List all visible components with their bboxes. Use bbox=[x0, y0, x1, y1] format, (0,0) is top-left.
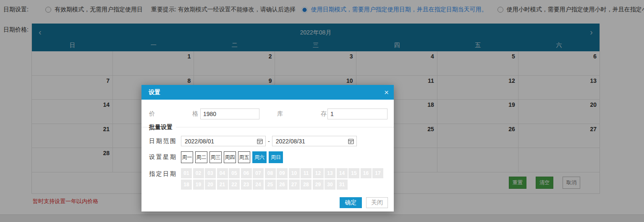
date-toggle-button[interactable]: 19 bbox=[193, 180, 204, 190]
date-toggle-button[interactable]: 08 bbox=[265, 168, 276, 178]
specific-dates-row: 指定日期 01020304050607080910111213141516171… bbox=[149, 168, 386, 190]
date-toggle-button[interactable]: 22 bbox=[229, 180, 240, 190]
date-toggle-button[interactable]: 20 bbox=[205, 180, 216, 190]
date-toggle-button[interactable]: 05 bbox=[229, 168, 240, 178]
date-toggle-button[interactable]: 11 bbox=[301, 168, 312, 178]
weekday-toggle-button[interactable]: 周三 bbox=[209, 151, 222, 163]
close-icon[interactable]: × bbox=[384, 85, 389, 100]
dialog-body: 价格 库存 批量设置 日期范围 - bbox=[141, 108, 394, 190]
weekday-toggle-button[interactable]: 周五 bbox=[238, 151, 250, 163]
date-toggle-button[interactable]: 01 bbox=[181, 168, 192, 178]
date-toggle-button[interactable]: 24 bbox=[253, 180, 264, 190]
range-start-field[interactable] bbox=[181, 136, 266, 146]
calendar-icon bbox=[348, 138, 354, 144]
range-separator: - bbox=[268, 138, 270, 145]
calendar-icon bbox=[257, 138, 263, 144]
dialog-footer: 确定 关闭 bbox=[340, 197, 388, 208]
weekday-toggle-button[interactable]: 周二 bbox=[195, 151, 207, 163]
dialog-titlebar[interactable]: 设置 × bbox=[141, 85, 394, 100]
close-button[interactable]: 关闭 bbox=[366, 197, 388, 208]
price-field-label: 价格 bbox=[149, 110, 198, 118]
date-toggle-button[interactable]: 29 bbox=[313, 180, 324, 190]
date-range-label: 日期范围 bbox=[149, 137, 176, 145]
batch-settings-section: 批量设置 bbox=[149, 124, 386, 130]
dialog-title: 设置 bbox=[149, 89, 160, 95]
date-toggle-button[interactable]: 31 bbox=[337, 180, 348, 190]
weekday-select-label: 设置星期 bbox=[149, 153, 176, 161]
date-toggle-button[interactable]: 12 bbox=[313, 168, 324, 178]
date-toggle-button[interactable]: 14 bbox=[337, 168, 348, 178]
stock-field-label: 库存 bbox=[277, 110, 327, 118]
specific-dates-label: 指定日期 bbox=[149, 168, 176, 178]
date-toggle-button[interactable]: 23 bbox=[241, 180, 252, 190]
date-toggle-button[interactable]: 18 bbox=[181, 180, 192, 190]
date-toggle-button[interactable]: 25 bbox=[265, 180, 276, 190]
weekday-toggle-button[interactable]: 周四 bbox=[224, 151, 236, 163]
date-toggle-button[interactable]: 04 bbox=[217, 168, 228, 178]
range-start-input[interactable] bbox=[181, 136, 253, 146]
batch-settings-title: 批量设置 bbox=[149, 124, 176, 130]
date-toggle-button[interactable]: 07 bbox=[253, 168, 264, 178]
settings-dialog: 设置 × 价格 库存 批量设置 日期范围 - bbox=[141, 85, 394, 211]
date-toggle-button[interactable]: 28 bbox=[301, 180, 312, 190]
weekday-toggle-button[interactable]: 周一 bbox=[181, 151, 193, 163]
weekday-toggle-button[interactable]: 周日 bbox=[269, 151, 283, 163]
date-toggle-button[interactable]: 17 bbox=[372, 168, 383, 178]
date-toggle-button[interactable]: 30 bbox=[325, 180, 335, 190]
range-end-field[interactable] bbox=[272, 136, 357, 146]
stock-input[interactable] bbox=[327, 108, 387, 119]
price-stock-row: 价格 库存 bbox=[149, 108, 386, 119]
date-toggle-button[interactable]: 03 bbox=[205, 168, 216, 178]
weekday-toggle-button[interactable]: 周六 bbox=[252, 151, 267, 163]
weekday-buttons: 周一周二周三周四周五周六周日 bbox=[181, 151, 283, 163]
date-toggle-button[interactable]: 27 bbox=[289, 180, 300, 190]
date-toggle-button[interactable]: 13 bbox=[325, 168, 335, 178]
date-buttons: 0102030405060708091011121314151617181920… bbox=[181, 168, 385, 190]
price-input[interactable] bbox=[200, 108, 259, 119]
date-toggle-button[interactable]: 16 bbox=[361, 168, 372, 178]
date-toggle-button[interactable]: 26 bbox=[277, 180, 288, 190]
confirm-button[interactable]: 确定 bbox=[340, 197, 362, 208]
date-toggle-button[interactable]: 15 bbox=[348, 168, 359, 178]
date-toggle-button[interactable]: 06 bbox=[241, 168, 252, 178]
date-toggle-button[interactable]: 10 bbox=[289, 168, 300, 178]
date-toggle-button[interactable]: 21 bbox=[217, 180, 228, 190]
date-range-row: 日期范围 - bbox=[149, 136, 386, 146]
date-toggle-button[interactable]: 09 bbox=[277, 168, 288, 178]
date-toggle-button[interactable]: 02 bbox=[193, 168, 204, 178]
range-end-input[interactable] bbox=[272, 136, 344, 146]
weekday-select-row: 设置星期 周一周二周三周四周五周六周日 bbox=[149, 151, 386, 163]
